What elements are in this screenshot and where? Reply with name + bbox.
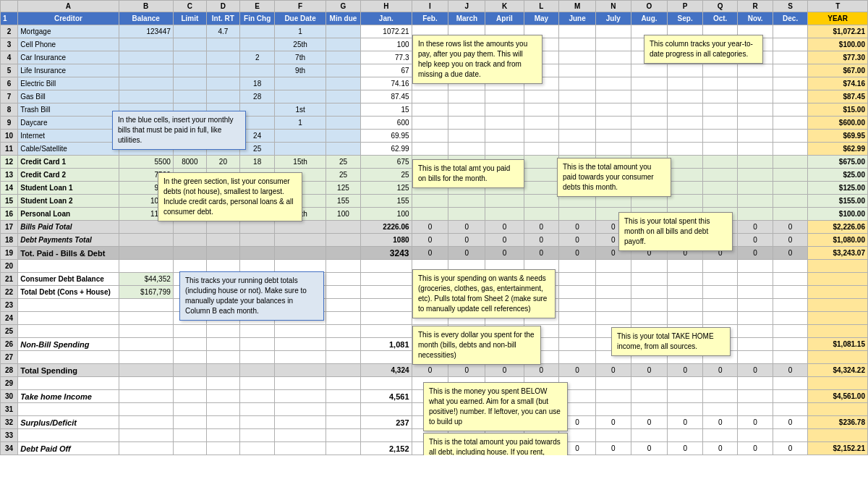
cell-h3: 100 — [361, 38, 412, 51]
col-l-header: L — [524, 1, 558, 12]
annotation-amounts-pay: In these rows list the amounts you pay, … — [412, 35, 542, 84]
col-a-header: A — [18, 1, 119, 12]
cell-a1: Creditor — [18, 12, 119, 25]
col-c-header: C — [173, 1, 206, 12]
col-b-header: B — [119, 1, 173, 12]
cell-g1: Min due — [326, 12, 360, 25]
col-e-header: E — [239, 1, 274, 12]
cell-i1: Feb. — [412, 12, 448, 25]
row-7: 7 Gas Bill 28 87.45 $87.45 — [1, 90, 868, 103]
cell-m2 — [559, 25, 596, 38]
cell-s1: Dec. — [773, 12, 807, 25]
cell-f4: 7th — [275, 51, 326, 64]
col-i-header: I — [412, 1, 448, 12]
cell-k1: April — [485, 12, 524, 25]
col-h-header: H — [361, 1, 412, 12]
cell-l1: May — [524, 12, 558, 25]
cell-e4: 2 — [239, 51, 274, 64]
cell-n1: July — [596, 12, 631, 25]
cell-t1: YEAR — [808, 12, 868, 25]
cell-f1: Due Date — [275, 12, 326, 25]
cell-e2 — [239, 25, 274, 38]
cell-c1: Limit — [173, 12, 206, 25]
annotation-total-spent: This is your total spent this month on a… — [618, 212, 733, 251]
col-j-header: J — [448, 1, 485, 12]
row-1: 1 Creditor Balance Limit Int. RT Fin Chg… — [1, 12, 868, 25]
cell-d1: Int. RT — [206, 12, 239, 25]
cell-c2 — [173, 25, 206, 38]
annotation-surplus: This is the money you spent BELOW what y… — [423, 382, 568, 431]
col-header-row: A B C D E F G H I J K L M N O P Q R S T — [1, 1, 868, 12]
cell-c3 — [173, 38, 206, 51]
col-s-header: S — [773, 1, 807, 12]
cell-h4: 77.3 — [361, 51, 412, 64]
cell-f3: 25th — [275, 38, 326, 51]
annotation-green-section: In the green section, list your consumer… — [158, 172, 302, 221]
cell-q1: Oct. — [702, 12, 737, 25]
col-d-header: D — [206, 1, 239, 12]
cell-o1: Aug. — [631, 12, 668, 25]
col-f-header: F — [275, 1, 326, 12]
col-p-header: P — [668, 1, 702, 12]
row-19: 19 Tot. Paid - Bills & Debt 3243 0 0 0 0… — [1, 247, 868, 260]
col-r-header: R — [738, 1, 773, 12]
cell-p1: Sep. — [668, 12, 702, 25]
cell-t3: $100.00 — [808, 38, 868, 51]
col-t-header: T — [808, 1, 868, 12]
cell-t4: $77.30 — [808, 51, 868, 64]
cell-b3 — [119, 38, 173, 51]
cell-a3: Cell Phone — [18, 38, 119, 51]
cell-j1: March — [448, 12, 485, 25]
col-m-header: M — [559, 1, 596, 12]
annotation-debt-paid: This is the total amount you paid toward… — [423, 433, 568, 455]
col-k-header: K — [485, 1, 524, 12]
cell-d2: 4.7 — [206, 25, 239, 38]
row-num-2: 2 — [1, 25, 18, 38]
row-16: 16 Personal Loan 11500 3 0 12th 100 100 … — [1, 208, 868, 221]
cell-m1: June — [559, 12, 596, 25]
cell-h2: 1072.21 — [361, 25, 412, 38]
cell-t2: $1,072.21 — [808, 25, 868, 38]
row-17: 17 Bills Paid Total 2226.06 0 0 0 0 0 0 … — [1, 221, 868, 234]
col-n-header: N — [596, 1, 631, 12]
cell-e3 — [239, 38, 274, 51]
row-15: 15 Student Loan 2 10052 155 155 $155.00 — [1, 195, 868, 208]
annotation-debt-total: This is the total amount you paid toward… — [557, 158, 671, 197]
cell-a12: Credit Card 1 — [18, 156, 119, 169]
annotation-take-home: This is your total TAKE HOME income, fro… — [611, 327, 731, 356]
cell-g3 — [326, 38, 360, 51]
cell-n2 — [596, 25, 631, 38]
col-g-header: G — [326, 1, 360, 12]
cell-b1: Balance — [119, 12, 173, 25]
col-q-header: Q — [702, 1, 737, 12]
annotation-year-column: This column tracks your year-to-date pro… — [644, 35, 763, 64]
cell-h1: Jan. — [361, 12, 412, 25]
cell-a2: Mortgage — [18, 25, 119, 38]
cell-e1: Fin Chg — [239, 12, 274, 25]
corner-cell — [1, 1, 18, 12]
cell-a7: Gas Bill — [18, 90, 119, 103]
annotation-blue-cells: In the blue cells, insert your monthly b… — [112, 111, 246, 150]
annotation-bills-total: This is the total amt you paid on bills … — [412, 159, 524, 188]
annotation-every-dollar: This is every dollar you spent for the m… — [412, 326, 541, 365]
row-num-1: 1 — [1, 12, 18, 25]
cell-g2 — [326, 25, 360, 38]
col-o-header: O — [631, 1, 668, 12]
spreadsheet: A B C D E F G H I J K L M N O P Q R S T — [0, 0, 868, 455]
cell-s2 — [773, 25, 807, 38]
cell-b2: 123447 — [119, 25, 173, 38]
annotation-running-debt: This tracks your running debt totals (in… — [179, 271, 324, 321]
row-28: 28 Total Spending 4,324 0 0 0 0 0 0 0 0 … — [1, 364, 868, 377]
cell-a4: Car Insurance — [18, 51, 119, 64]
cell-a13: Credit Card 2 — [18, 169, 119, 182]
cell-r1: Nov. — [738, 12, 773, 25]
row-num-3: 3 — [1, 38, 18, 51]
annotation-wants-needs: This is your spending on wants & needs (… — [412, 269, 556, 318]
cell-d3 — [206, 38, 239, 51]
cell-f2: 1 — [275, 25, 326, 38]
row-18: 18 Debt Payments Total 1080 0 0 0 0 0 0 … — [1, 234, 868, 247]
